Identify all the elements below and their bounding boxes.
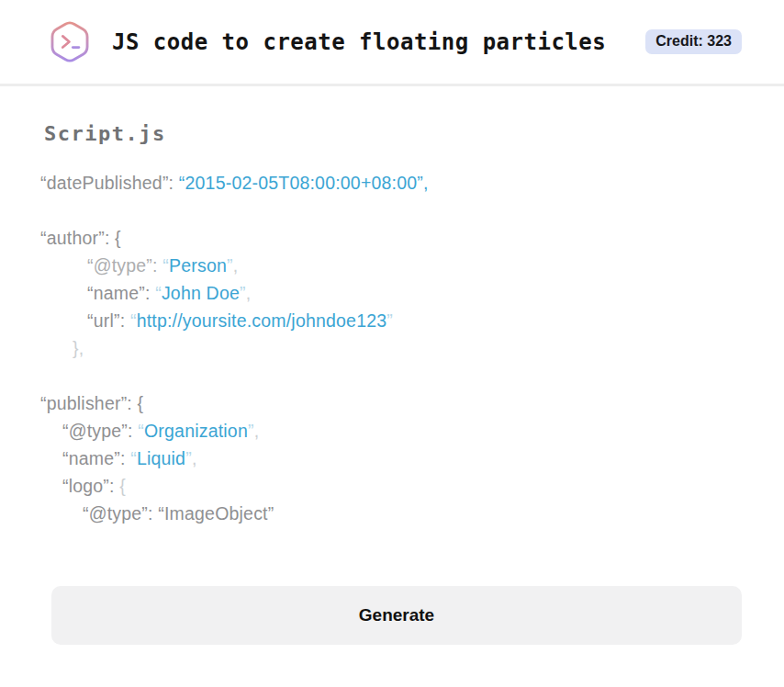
code-line: “author”: { (40, 224, 742, 252)
credit-badge: Credit: 323 (645, 29, 742, 54)
terminal-prompt-hexagon-icon (50, 19, 90, 65)
app-header: JS code to create floating particles Cre… (0, 0, 784, 86)
code-line: “name”: “Liquid”, (40, 445, 742, 472)
code-line: “name”: “John Doe”, (40, 279, 742, 307)
code-line: “@type”: “ImageObject” (40, 500, 742, 527)
code-line (40, 197, 742, 224)
code-line (40, 362, 742, 389)
page-title: JS code to create floating particles (112, 29, 606, 55)
code-line: “@type”: “Person”, (40, 252, 742, 279)
code-line: }, (40, 334, 742, 362)
code-block: “datePublished”: “2015-02-05T08:00:00+08… (40, 169, 742, 527)
code-line: “logo”: { (40, 472, 742, 500)
file-name-heading: Script.js (44, 122, 742, 145)
code-line: “@type”: “Organization”, (40, 417, 742, 445)
code-line: “url”: “http://yoursite.com/johndoe123” (40, 307, 742, 334)
code-line: “datePublished”: “2015-02-05T08:00:00+08… (40, 169, 742, 197)
main-content: Script.js “datePublished”: “2015-02-05T0… (0, 122, 784, 527)
generate-button[interactable]: Generate (51, 586, 742, 645)
code-line: “publisher”: { (40, 389, 742, 417)
